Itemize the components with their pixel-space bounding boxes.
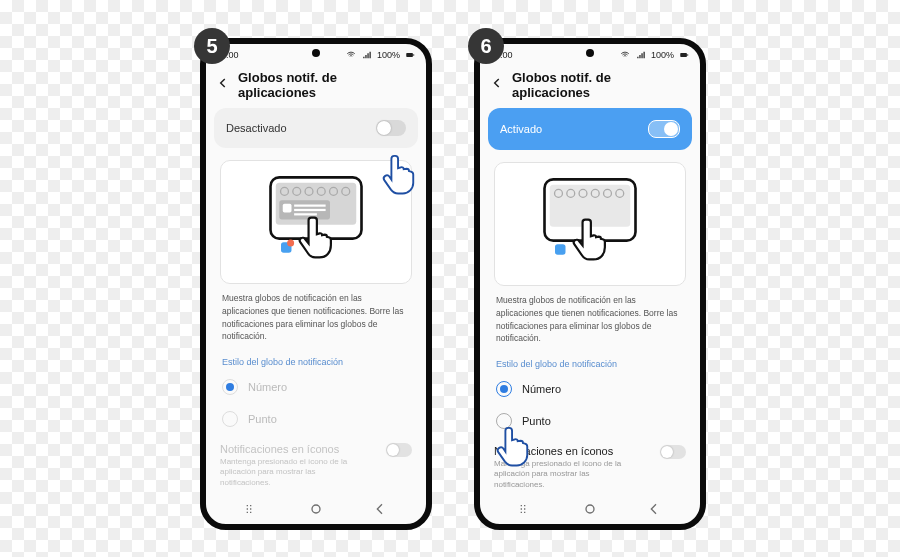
battery-icon bbox=[678, 50, 690, 60]
page-header: Globos notif. de aplicaciones bbox=[480, 66, 700, 108]
master-toggle-label: Desactivado bbox=[226, 122, 287, 134]
phone-frame: 10:00 100% Globos notif. de aplicaciones bbox=[200, 38, 432, 530]
recents-icon[interactable] bbox=[244, 501, 260, 517]
battery-icon bbox=[404, 50, 416, 60]
signal-icon bbox=[635, 50, 647, 60]
step-number: 5 bbox=[206, 35, 217, 58]
step-badge-5: 5 bbox=[194, 28, 230, 64]
radio-icon bbox=[222, 379, 238, 395]
master-toggle-row[interactable]: Desactivado bbox=[214, 108, 418, 148]
page-title: Globos notif. de aplicaciones bbox=[238, 70, 416, 100]
android-navbar bbox=[480, 494, 700, 524]
radio-label: Número bbox=[248, 381, 287, 393]
svg-rect-0 bbox=[406, 53, 413, 57]
tap-hand-icon bbox=[494, 422, 532, 468]
radio-icon[interactable] bbox=[496, 381, 512, 397]
phone-frame: 10:00 100% Globos notif. de aplicaciones bbox=[474, 38, 706, 530]
svg-point-29 bbox=[586, 505, 594, 513]
option-title: Notificaciones en íconos bbox=[220, 443, 360, 455]
back-icon[interactable] bbox=[490, 76, 504, 94]
radio-option-number[interactable]: Número bbox=[480, 373, 700, 405]
toggle-switch-icon[interactable] bbox=[648, 120, 680, 138]
radio-option-number: Número bbox=[206, 371, 426, 403]
small-toggle-icon[interactable] bbox=[660, 445, 686, 459]
svg-point-17 bbox=[312, 505, 320, 513]
home-icon[interactable] bbox=[308, 501, 324, 517]
android-navbar bbox=[206, 494, 426, 524]
option-subtitle: Mantenga presionado el ícono de la aplic… bbox=[220, 457, 360, 488]
small-toggle-icon bbox=[386, 443, 412, 457]
back-nav-icon[interactable] bbox=[372, 501, 388, 517]
page-title: Globos notif. de aplicaciones bbox=[512, 70, 690, 100]
svg-rect-28 bbox=[555, 244, 566, 255]
back-nav-icon[interactable] bbox=[646, 501, 662, 517]
svg-rect-1 bbox=[413, 54, 414, 56]
description-text: Muestra globos de notificación en las ap… bbox=[480, 294, 700, 353]
radio-label: Número bbox=[522, 383, 561, 395]
svg-rect-12 bbox=[294, 205, 326, 207]
tap-hand-icon bbox=[380, 150, 418, 196]
step-number: 6 bbox=[480, 35, 491, 58]
icon-notifications-option: Notificaciones en íconos Mantenga presio… bbox=[220, 443, 412, 488]
status-bar: 10:00 100% bbox=[206, 44, 426, 66]
svg-rect-11 bbox=[283, 204, 292, 213]
master-toggle-row[interactable]: Activado bbox=[488, 108, 692, 150]
svg-rect-13 bbox=[294, 209, 326, 211]
illustration-panel bbox=[494, 162, 686, 286]
section-label: Estilo del globo de notificación bbox=[480, 353, 700, 373]
status-bar: 10:00 100% bbox=[480, 44, 700, 66]
wifi-icon bbox=[345, 50, 357, 60]
step-5: 5 10:00 100% Globo bbox=[200, 38, 432, 530]
step-6: 6 10:00 100% Globo bbox=[474, 38, 706, 530]
back-icon[interactable] bbox=[216, 76, 230, 94]
svg-rect-18 bbox=[680, 53, 687, 57]
master-toggle-label: Activado bbox=[500, 123, 542, 135]
status-battery-text: 100% bbox=[377, 50, 400, 60]
page-header: Globos notif. de aplicaciones bbox=[206, 66, 426, 108]
radio-option-dot: Punto bbox=[206, 403, 426, 435]
description-text: Muestra globos de notificación en las ap… bbox=[206, 292, 426, 351]
toggle-switch-icon[interactable] bbox=[376, 120, 406, 136]
radio-icon bbox=[222, 411, 238, 427]
section-label: Estilo del globo de notificación bbox=[206, 351, 426, 371]
home-icon[interactable] bbox=[582, 501, 598, 517]
step-badge-6: 6 bbox=[468, 28, 504, 64]
status-battery-text: 100% bbox=[651, 50, 674, 60]
wifi-icon bbox=[619, 50, 631, 60]
svg-rect-19 bbox=[687, 54, 688, 56]
svg-point-16 bbox=[287, 240, 294, 247]
signal-icon bbox=[361, 50, 373, 60]
svg-rect-14 bbox=[294, 213, 317, 215]
recents-icon[interactable] bbox=[518, 501, 534, 517]
radio-label: Punto bbox=[248, 413, 277, 425]
